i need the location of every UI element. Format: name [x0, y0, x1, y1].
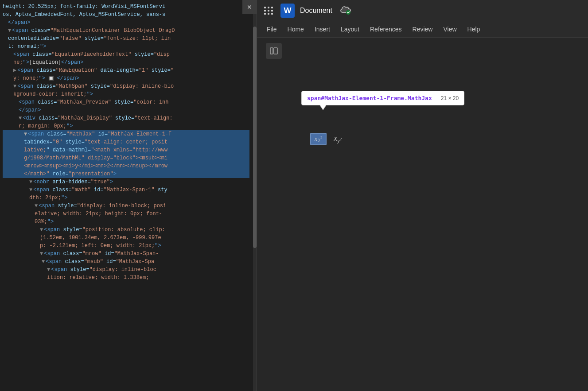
- word-logo: W: [280, 4, 295, 18]
- sidebar-toggle-button[interactable]: [266, 43, 282, 59]
- math-box-highlighted: x y2: [310, 133, 327, 145]
- code-line-selected: <mrow><msup><mi>y</mi><mn>2</mn></msup><…: [3, 162, 249, 170]
- code-line-selected: g/1998/Math/MathML" display="block"><msu…: [3, 154, 249, 162]
- code-line-selected[interactable]: ▼<span class="MathJax" id="MathJax-Eleme…: [3, 130, 249, 138]
- code-line-selected: </math>" role="presentation">: [3, 170, 249, 178]
- code-line-selected: tabindex="0" style="text-align: center; …: [3, 138, 249, 146]
- code-line: dth: 21px;">: [3, 194, 249, 202]
- code-line: ▼<span class="msub" id="MathJax-Spa: [3, 258, 249, 266]
- code-line: ▼<span style="display: inline-bloc: [3, 266, 249, 274]
- grid-dot: [264, 7, 266, 8]
- code-line: r; margin: 0px;">: [3, 122, 249, 130]
- code-line: y: none;"> 🔲 </span>: [3, 74, 249, 82]
- menu-insert[interactable]: Insert: [310, 23, 335, 35]
- code-line: ▼<div class="MathJax_Display" style="tex…: [3, 114, 249, 122]
- code-line: ne;">[Equation]</span>: [3, 58, 249, 66]
- code-line: ▼<nobr aria-hidden="true">: [3, 178, 249, 186]
- code-line: ▼<span class="MathEquationContainer Blob…: [3, 27, 249, 35]
- devtools-code-panel: height: 20.525px; font-family: WordVisi_…: [0, 0, 257, 391]
- menu-home[interactable]: Home: [283, 23, 308, 35]
- code-line: elative; width: 21px; height: 0px; font-: [3, 210, 249, 218]
- code-line: ▼<span style="position: absolute; clip:: [3, 226, 249, 234]
- code-line: 03%;">: [3, 218, 249, 226]
- scrollbar[interactable]: [253, 0, 257, 391]
- menu-file[interactable]: File: [262, 23, 281, 35]
- sidebar-controls: [257, 38, 588, 64]
- math-equation-preview: x y2 xy2: [310, 133, 342, 145]
- menu-view[interactable]: View: [439, 23, 461, 35]
- svg-rect-2: [270, 48, 273, 54]
- code-line: p: -2.121em; left: 0em; width: 21px;">: [3, 242, 249, 250]
- code-line: ition: relative; width: 1.338em;: [3, 274, 249, 282]
- grid-dot: [264, 13, 266, 15]
- menu-review[interactable]: Review: [408, 23, 437, 35]
- menu-layout[interactable]: Layout: [336, 23, 364, 35]
- grid-dot: [268, 13, 269, 15]
- sidebar-icon: [269, 46, 278, 55]
- code-line: contenteditable="false" style="font-size…: [3, 35, 249, 43]
- code-line: </span>: [3, 19, 249, 27]
- code-line: <span class="EquationPlaceholderText" st…: [3, 50, 249, 58]
- menu-references[interactable]: References: [366, 23, 406, 35]
- word-logo-letter: W: [284, 6, 292, 15]
- word-top-bar: W Document: [257, 0, 588, 21]
- code-line: ▼<span class="mrow" id="MathJax-Span-: [3, 250, 249, 258]
- tooltip-dimensions: 21 × 20: [441, 95, 459, 101]
- math-plain: xy2: [334, 134, 342, 145]
- grid-dot: [268, 10, 269, 12]
- grid-dot: [264, 10, 266, 12]
- apps-grid-button[interactable]: [262, 5, 275, 16]
- devtools-panel: ✕ height: 20.525px; font-family: WordVis…: [0, 0, 257, 391]
- close-icon: ✕: [247, 4, 252, 11]
- grid-dot: [271, 13, 273, 15]
- grid-dot: [268, 7, 269, 8]
- scrollbar-thumb[interactable]: [253, 27, 257, 248]
- word-document-area: span#MathJax-Element-1-Frame.MathJax 21 …: [257, 64, 588, 391]
- tooltip-element-name: span#MathJax-Element-1-Frame.MathJax: [307, 95, 432, 101]
- code-line: ▼<span class="math" id="MathJax-Span-1" …: [3, 186, 249, 194]
- code-line: ▼<span class="MathSpan" style="display: …: [3, 82, 249, 90]
- code-line: os, Aptos_EmbeddedFont, Aptos_MSFontServ…: [3, 11, 249, 19]
- word-title: Document: [300, 7, 332, 15]
- tooltip-arrow-inner: [320, 105, 326, 109]
- word-menu-bar: File Home Insert Layout References Revie…: [257, 21, 588, 37]
- code-line: </span>: [3, 106, 249, 114]
- code-line: kground-color: inherit;">: [3, 90, 249, 98]
- code-line: height: 20.525px; font-family: WordVisi_…: [3, 3, 249, 11]
- close-button[interactable]: ✕: [242, 0, 257, 14]
- cloud-sync-icon: [339, 5, 352, 17]
- word-panel: W Document File Home Insert Layout Refer…: [257, 0, 588, 391]
- code-line: ▼<span style="display: inline-block; pos…: [3, 202, 249, 210]
- code-line: <span class="MathJax_Preview" style="col…: [3, 98, 249, 106]
- menu-help[interactable]: Help: [463, 23, 485, 35]
- code-line: t: normal;">: [3, 43, 249, 50]
- element-tooltip: span#MathJax-Element-1-Frame.MathJax 21 …: [301, 91, 464, 105]
- grid-dot: [271, 10, 273, 12]
- math-sub-y2: y2: [318, 136, 322, 142]
- math-var-x: x: [315, 135, 317, 143]
- code-line: ▶<span class="RawEquation" data-length="…: [3, 66, 249, 74]
- svg-rect-3: [274, 48, 277, 54]
- code-line-selected: lative;" data-mathml="<math xmlns="http:…: [3, 146, 249, 154]
- code-line: (1.52em, 1001.34em, 2.673em, -999.997e: [3, 234, 249, 242]
- word-toolbar: W Document File Home Insert Layout Refer…: [257, 0, 588, 38]
- grid-dot: [271, 7, 273, 8]
